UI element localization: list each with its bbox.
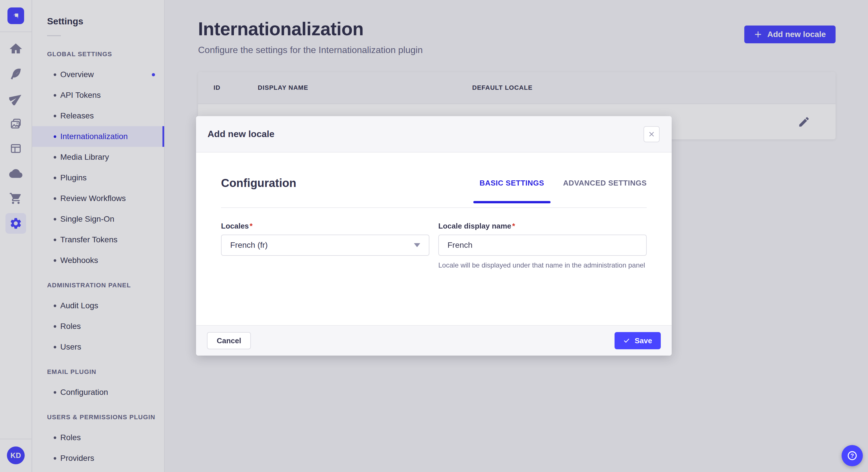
close-icon: [648, 131, 655, 138]
settings-tabs: BASIC SETTINGS ADVANCED SETTINGS: [479, 179, 647, 188]
modal-header: Add new locale: [196, 116, 672, 153]
modal-footer: Cancel Save: [196, 325, 672, 356]
help-button[interactable]: ?: [842, 445, 863, 466]
svg-text:?: ?: [850, 452, 854, 459]
display-name-input[interactable]: [438, 235, 647, 256]
tab-basic-settings[interactable]: BASIC SETTINGS: [479, 179, 544, 188]
tab-advanced-settings[interactable]: ADVANCED SETTINGS: [563, 179, 647, 188]
add-locale-modal: Add new locale Configuration BASIC SETTI…: [196, 116, 672, 356]
section-divider: [221, 207, 647, 208]
close-button[interactable]: [644, 126, 660, 142]
locales-field: Locales* French (fr): [221, 222, 429, 270]
locales-label: Locales*: [221, 222, 253, 230]
save-label: Save: [634, 336, 652, 345]
save-button[interactable]: Save: [615, 332, 661, 349]
help-question-icon: ?: [846, 450, 858, 461]
modal-title: Add new locale: [208, 129, 274, 139]
modal-body: Configuration BASIC SETTINGS ADVANCED SE…: [196, 153, 672, 325]
cancel-button[interactable]: Cancel: [207, 332, 251, 349]
required-asterisk: *: [250, 222, 253, 230]
locales-select[interactable]: French (fr): [221, 235, 429, 256]
required-asterisk: *: [512, 222, 515, 230]
chevron-down-icon: [414, 243, 420, 247]
configuration-title: Configuration: [221, 177, 296, 190]
form-fields: Locales* French (fr) Locale display name…: [221, 222, 647, 270]
display-name-field: Locale display name* Locale will be disp…: [438, 222, 647, 270]
check-icon: [623, 337, 630, 344]
locales-select-value: French (fr): [230, 241, 268, 250]
display-name-hint: Locale will be displayed under that name…: [438, 260, 647, 270]
configuration-header: Configuration BASIC SETTINGS ADVANCED SE…: [221, 177, 647, 190]
display-name-label: Locale display name*: [438, 222, 515, 230]
